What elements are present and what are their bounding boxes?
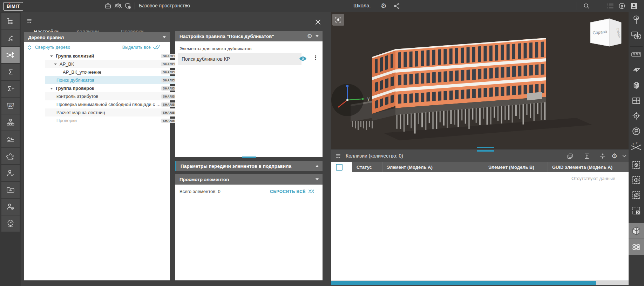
tree-item-label: АР_ВК_уточнение [63, 69, 101, 75]
select-all-checkbox[interactable] [336, 164, 343, 171]
axis-gizmo[interactable] [330, 81, 368, 119]
tree-row-disabled[interactable]: Проверки SHARED [45, 117, 191, 125]
reset-all-button[interactable]: СБРОСИТЬ ВСЁ [270, 189, 306, 194]
plugin-icon[interactable] [1, 148, 20, 164]
chevron-up-icon[interactable] [315, 165, 319, 167]
panel-menu-icon[interactable] [335, 153, 343, 160]
search-icon[interactable] [583, 2, 590, 10]
fit-view-icon[interactable] [332, 14, 344, 26]
tree-row[interactable]: Проверка минимальной свободной площади с… [45, 100, 191, 108]
branch-icon[interactable] [1, 30, 20, 46]
charts-icon[interactable] [1, 131, 20, 147]
workspace-selector[interactable]: Базовое пространство [139, 3, 190, 8]
column-header-status[interactable]: Статус [352, 162, 382, 172]
folder-export-icon[interactable] [1, 182, 20, 198]
hide-selected-icon[interactable] [631, 190, 641, 200]
tree-row[interactable]: АР_ВК SHARED [45, 60, 191, 68]
chevron-down-icon[interactable] [162, 36, 166, 39]
model-tree-icon[interactable] [1, 13, 20, 29]
sum-icon[interactable] [1, 64, 20, 80]
tree-icon[interactable] [631, 15, 641, 25]
tree-row[interactable]: АР_ВК_уточнение SHARED [45, 68, 191, 76]
rule-tree-header[interactable]: Дерево правил [24, 32, 170, 42]
orbit-icon[interactable] [629, 239, 644, 255]
account-icon[interactable] [630, 2, 638, 10]
reset-icon[interactable] [308, 188, 316, 194]
align-center-icon[interactable] [599, 153, 606, 160]
transfer-params-header[interactable]: Параметры передачи элементов в подправил… [175, 161, 323, 171]
chevron-down-icon[interactable] [622, 155, 626, 158]
section-cube-icon[interactable] [631, 80, 642, 91]
empty-table-message: Отсутствуют данные [571, 176, 615, 181]
collisions-resize-handle[interactable] [477, 150, 494, 152]
collisions-panel: Коллизии (количество: 0) ⚙ Статус Элемен… [331, 150, 629, 286]
tree-row[interactable]: контроль атрибутов SHARED [45, 92, 191, 100]
viewport-3d[interactable]: Y Справа Сзади [331, 12, 629, 149]
eye-icon[interactable] [299, 55, 307, 62]
tree-collapse-icon[interactable] [27, 45, 32, 50]
collapse-tree-button[interactable]: Свернуть дерево [35, 45, 70, 50]
column-header-guid[interactable]: GUID элемента (Модель A) [548, 162, 629, 172]
horizontal-scrollbar[interactable] [331, 280, 629, 285]
user-check-icon[interactable] [1, 165, 20, 181]
rule-settings-title: Настройка правила "Поиск дубликатов" [179, 34, 274, 39]
tree-row[interactable]: Группа коллизий SHARED [45, 52, 191, 60]
copy-icon[interactable] [567, 153, 574, 160]
ruler-icon[interactable] [631, 49, 642, 59]
flag-icon[interactable] [631, 126, 641, 136]
column-header-element-b[interactable]: Элемент (Модель B) [484, 162, 548, 172]
tree-row[interactable]: Группа проверок SHARED [45, 84, 191, 92]
clear-selection-icon[interactable] [631, 206, 641, 215]
section-flip-icon[interactable] [631, 65, 642, 74]
gear-icon[interactable]: ⚙ [381, 2, 387, 9]
panel-menu-icon[interactable] [26, 18, 34, 25]
share-icon[interactable] [393, 2, 400, 9]
org-chart-icon[interactable] [1, 114, 20, 131]
preview-elements-title: Просмотр элементов [179, 177, 229, 182]
clip-box-icon[interactable] [631, 95, 642, 106]
collision-lines-icon[interactable]: 12 [630, 141, 642, 153]
shield-clock-icon[interactable] [124, 2, 132, 10]
tree-item-label: Проверки [56, 118, 77, 123]
tree-item-label: АР_ВК [60, 61, 74, 67]
list-menu-icon[interactable] [606, 2, 615, 10]
column-header-element-a[interactable]: Элемент (Модель A) [382, 162, 484, 172]
collision-rules-icon[interactable] [1, 47, 20, 63]
team-icon[interactable] [114, 2, 122, 10]
select-all-button[interactable]: Выделить всё [122, 45, 151, 50]
gear-icon[interactable]: ⚙ [611, 153, 617, 159]
tree-row[interactable]: Расчет марша лестниц SHARED [45, 108, 191, 117]
viewport-resize-handle[interactable] [477, 147, 494, 148]
locate-icon[interactable] [631, 111, 641, 121]
panel-resize-handle[interactable] [242, 157, 256, 158]
capture-selection-icon[interactable] [631, 30, 642, 41]
user-location-icon[interactable] [1, 199, 20, 215]
shaded-cube-icon[interactable] [629, 223, 644, 239]
sum-add-icon[interactable] [1, 81, 20, 97]
tree-item-label: Группа коллизий [56, 53, 94, 59]
transfer-params-title: Параметры передачи элементов в подправил… [181, 164, 291, 169]
preview-elements-header[interactable]: Просмотр элементов [175, 174, 323, 185]
isolate-box-icon[interactable] [631, 160, 641, 170]
select-all-check-icon[interactable] [153, 45, 161, 50]
2d-view-icon[interactable]: 2D [1, 98, 20, 114]
show-selected-icon[interactable] [631, 175, 641, 185]
rule-name-input[interactable] [178, 53, 301, 65]
tree-row-selected[interactable]: Поиск дубликатов SHARED [45, 76, 191, 84]
gauge-icon[interactable] [1, 215, 20, 232]
kebab-icon[interactable]: ⋮ [313, 54, 318, 61]
chevron-down-icon[interactable] [185, 5, 189, 7]
notifications-icon[interactable] [618, 2, 626, 10]
topbar-divider-right [576, 2, 576, 9]
chevron-down-icon[interactable] [315, 178, 319, 181]
chevron-down-icon[interactable] [315, 35, 319, 38]
preview-elements-body: Всего элементов: 0 СБРОСИТЬ ВСЁ [175, 185, 323, 280]
rule-settings-header[interactable]: Настройка правила "Поиск дубликатов" ⚙ [175, 31, 323, 41]
nav-cube[interactable]: Справа Сзади [588, 17, 623, 51]
close-icon[interactable] [315, 19, 321, 25]
app-logo[interactable]: BiMiT [4, 2, 23, 11]
gear-icon[interactable]: ⚙ [307, 33, 312, 39]
scrollbar-thumb[interactable] [331, 281, 596, 285]
briefcase-icon[interactable] [104, 2, 112, 10]
fit-height-icon[interactable] [583, 153, 590, 160]
